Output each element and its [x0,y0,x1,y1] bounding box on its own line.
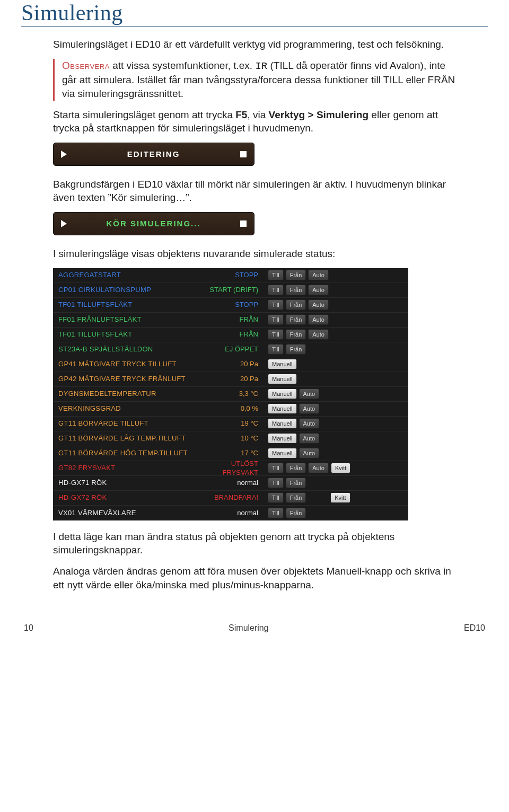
row-name: TF01 TILLUFTSFLÄKT [58,330,201,339]
kvitt-button[interactable]: Kvitt [330,492,350,503]
table-row: GT11 BÖRVÄRDE LÅG TEMP.TILLUFT10 °CManue… [53,431,408,446]
play-icon[interactable] [61,220,67,227]
page-footer: 10 Simulering ED10 [21,623,488,633]
row-value: normal [201,478,268,488]
till-button[interactable]: Till [268,299,284,310]
table-row: HD-GX72 RÖKBRANDFARA!TillFrånKvitt [53,491,408,506]
till-button[interactable]: Till [268,270,284,280]
modebar-simulering: KÖR SIMULERING... [53,212,254,235]
manuell-button[interactable]: Manuell [268,374,297,384]
auto-button[interactable]: Auto [308,314,329,325]
table-row: GT11 BÖRVÄRDE TILLUFT19 °CManuellAuto [53,417,408,431]
row-name: ST23A-B SPJÄLLSTÄLLDON [58,345,201,354]
till-button[interactable]: Till [268,492,284,503]
stop-icon[interactable] [240,151,247,157]
manuell-button[interactable]: Manuell [268,389,297,399]
stop-icon[interactable] [240,220,247,227]
till-button[interactable]: Till [268,463,284,473]
row-name: HD-GX71 RÖK [58,478,201,488]
row-buttons: TillFrån [268,508,408,518]
till-button[interactable]: Till [268,329,284,340]
row-value: STOPP [201,270,268,280]
till-button[interactable]: Till [268,285,284,295]
row-value: 17 °C [201,448,268,458]
fran-button[interactable]: Från [286,478,306,488]
row-name: GT82 FRYSVAKT [58,463,201,473]
row-value: FRÅN [201,330,268,339]
auto-button[interactable]: Auto [308,285,329,295]
auto-button[interactable]: Auto [308,463,329,473]
fran-button[interactable]: Från [286,314,306,325]
row-value: BRANDFARA! [201,493,268,502]
row-value: normal [201,508,268,518]
row-name: FF01 FRÅNLUFTSFLÄKT [58,315,201,324]
table-row: CP01 CIRKULATIONSPUMPSTART (DRIFT)TillFr… [53,283,408,298]
row-buttons: ManuellAuto [268,389,408,399]
footer-page: 10 [24,623,33,633]
fran-button[interactable]: Från [286,299,306,310]
auto-button[interactable]: Auto [299,403,320,414]
row-value: 20 Pa [201,374,268,384]
row-name: GT11 BÖRVÄRDE TILLUFT [58,419,201,428]
row-name: GT11 BÖRVÄRDE HÖG TEMP.TILLUFT [58,448,201,458]
till-button[interactable]: Till [268,478,284,488]
row-value: STOPP [201,300,268,310]
footer-center: Simulering [229,623,269,633]
row-value: 3,3 °C [201,389,268,399]
auto-button[interactable]: Auto [308,299,329,310]
row-name: GP42 MÄTGIVARE TRYCK FRÅNLUFT [58,374,201,384]
manuell-button[interactable]: Manuell [268,433,297,444]
row-name: CP01 CIRKULATIONSPUMP [58,285,201,295]
kvitt-button[interactable]: Kvitt [331,463,350,473]
row-buttons: Manuell [268,374,408,384]
manuell-button[interactable]: Manuell [268,448,297,458]
table-row: DYGNSMEDELTEMPERATUR3,3 °CManuellAuto [53,387,408,402]
auto-button[interactable]: Auto [308,329,329,340]
table-row: GP41 MÄTGIVARE TRYCK TILLUFT20 PaManuell [53,357,408,372]
manuell-button[interactable]: Manuell [268,403,297,414]
observe-label: Observera [62,60,110,71]
row-buttons: TillFrånAutoKvitt [268,463,408,473]
row-buttons: ManuellAuto [268,448,408,458]
row-buttons: ManuellAuto [268,403,408,414]
modebar-editering: EDITERING [53,143,254,166]
fran-button[interactable]: Från [286,463,306,473]
row-buttons: ManuellAuto [268,433,408,444]
row-name: TF01 TILLUFTSFLÄKT [58,300,201,310]
row-buttons: TillFrånAuto [268,285,408,295]
till-button[interactable]: Till [268,508,284,518]
fran-button[interactable]: Från [286,270,306,280]
fran-button[interactable]: Från [286,329,306,340]
row-buttons: TillFrånAuto [268,329,408,340]
manuell-button[interactable]: Manuell [268,359,297,369]
row-buttons: TillFrån [268,344,408,355]
observe-note: Observera att vissa systemfunktioner, t.… [53,59,456,101]
auto-button[interactable]: Auto [299,448,320,458]
manuell-button[interactable]: Manuell [268,418,297,429]
fran-button[interactable]: Från [286,508,306,518]
table-row: GP42 MÄTGIVARE TRYCK FRÅNLUFT20 PaManuel… [53,372,408,387]
table-row: HD-GX71 RÖKnormalTillFrån [53,476,408,491]
fran-button[interactable]: Från [286,285,306,295]
table-row: VX01 VÄRMEVÄXLAREnormalTillFrån [53,506,408,520]
row-buttons: TillFrånAuto [268,314,408,325]
row-name: DYGNSMEDELTEMPERATUR [58,389,201,399]
row-value: START (DRIFT) [201,285,268,295]
modebar-editering-label: EDITERING [76,149,231,160]
status-table: AGGREGATSTARTSTOPPTillFrånAutoCP01 CIRKU… [53,268,408,520]
note-text-1: att vissa systemfunktioner, t.ex. [110,60,256,71]
row-value: 20 Pa [201,359,268,369]
fran-button[interactable]: Från [286,344,306,355]
row-value: EJ ÖPPET [201,345,268,354]
table-row: AGGREGATSTARTSTOPPTillFrånAuto [53,268,408,283]
till-button[interactable]: Till [268,344,284,355]
row-name: GT11 BÖRVÄRDE LÅG TEMP.TILLUFT [58,434,201,443]
auto-button[interactable]: Auto [299,389,320,399]
fran-button[interactable]: Från [286,492,306,503]
auto-button[interactable]: Auto [308,270,329,280]
auto-button[interactable]: Auto [299,433,320,444]
table-row: GT82 FRYSVAKTUTLÖST FRYSVAKTTillFrånAuto… [53,461,408,476]
till-button[interactable]: Till [268,314,284,325]
auto-button[interactable]: Auto [299,418,320,429]
play-icon[interactable] [61,151,67,158]
